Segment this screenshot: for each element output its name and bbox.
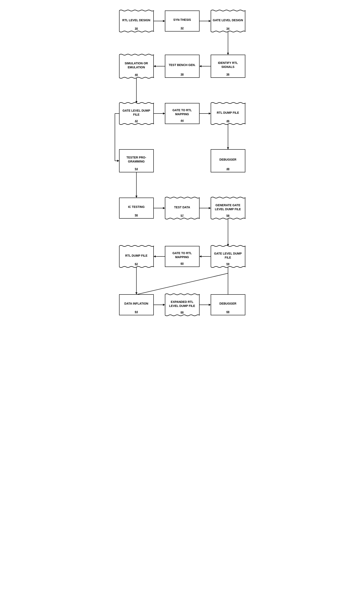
node-label-n34: GATE LEVEL DESIGN [213, 18, 243, 22]
node-n46: RTL DUMP FILE46 [211, 103, 245, 124]
node-label-n30: RTL LEVEL DESIGN [122, 18, 150, 22]
node-n32: SYN-THESIS32 [165, 11, 200, 31]
node-label-n36: IDENTIFY RTL SIGNALS [213, 61, 243, 69]
node-n38: TEST BENCH GEN.38 [165, 55, 200, 78]
node-n42: GATE LEVEL DUMP FILE42 [119, 103, 154, 124]
svg-marker-35 [135, 292, 137, 294]
node-ref-n40: 40 [135, 73, 138, 77]
node-ref-n58: 58 [226, 214, 229, 218]
node-n48: DEBUGGER48 [211, 149, 245, 172]
node-ref-n68: 68 [226, 310, 229, 314]
svg-marker-25 [163, 207, 165, 209]
node-ref-n42: 42 [135, 119, 138, 123]
node-n68: DEBUGGER68 [211, 294, 245, 315]
svg-marker-5 [227, 53, 229, 55]
node-n34: GATE LEVEL DESIGN34 [211, 11, 245, 31]
node-ref-n48: 48 [226, 167, 229, 171]
node-label-n54: TESTER PRO-GRAMMING [121, 156, 152, 163]
node-ref-n57: 57 [181, 214, 183, 218]
node-n62: RTL DUMP FILE62 [119, 246, 154, 267]
node-label-n48: DEBUGGER [220, 158, 236, 162]
svg-marker-15 [209, 112, 211, 115]
flow-diagram: RTL LEVEL DESIGN30SYN-THESIS32GATE LEVEL… [113, 6, 251, 326]
svg-marker-3 [209, 20, 211, 22]
node-n66: EXPANDED RTL LEVEL DUMP FILE66 [165, 294, 200, 315]
node-n56: IC TESTING56 [119, 198, 154, 219]
svg-marker-7 [200, 65, 201, 67]
node-ref-n34: 34 [226, 27, 229, 30]
node-ref-n60: 60 [181, 262, 183, 266]
node-n64: DATA INFLATION64 [119, 294, 154, 315]
node-label-n32: SYN-THESIS [173, 18, 191, 22]
node-n36: IDENTIFY RTL SIGNALS36 [211, 55, 245, 78]
svg-marker-21 [117, 160, 119, 162]
node-ref-n56: 56 [135, 213, 138, 217]
node-label-n44: GATE TO RTL MAPPING [167, 108, 197, 116]
svg-marker-29 [227, 244, 229, 246]
node-label-n60: GATE TO RTL MAPPING [167, 251, 197, 259]
node-label-n59: GATE LEVEL DUMP FILE [213, 252, 243, 260]
node-ref-n36: 36 [226, 73, 229, 76]
node-ref-n38: 38 [181, 73, 183, 76]
node-label-n58: GENERATE GATE LEVEL DUMP FILE [213, 203, 243, 211]
svg-marker-39 [163, 304, 165, 306]
node-ref-n59: 59 [226, 262, 229, 266]
svg-marker-27 [209, 207, 211, 209]
svg-marker-17 [227, 147, 229, 149]
node-ref-n32: 32 [181, 26, 183, 30]
node-n54: TESTER PRO-GRAMMING54 [119, 149, 154, 172]
node-label-n38: TEST BENCH GEN. [169, 63, 195, 67]
node-n44: GATE TO RTL MAPPING44 [165, 103, 200, 124]
svg-marker-31 [200, 255, 201, 257]
node-n40: SIMULATION OR EMULATION40 [119, 55, 154, 78]
node-label-n56: IC TESTING [128, 205, 145, 209]
node-label-n42: GATE LEVEL DUMP FILE [121, 109, 152, 117]
node-label-n40: SIMULATION OR EMULATION [121, 61, 152, 69]
svg-marker-23 [135, 196, 137, 198]
node-ref-n62: 62 [135, 262, 138, 266]
node-n57: TEST DATA57 [165, 198, 200, 219]
node-ref-n44: 44 [181, 119, 183, 122]
node-label-n62: RTL DUMP FILE [125, 254, 147, 258]
node-n60: GATE TO RTL MAPPING60 [165, 246, 200, 267]
node-ref-n66: 66 [181, 310, 183, 314]
svg-line-37 [137, 273, 228, 294]
node-ref-n54: 54 [135, 167, 138, 171]
node-label-n57: TEST DATA [174, 205, 190, 209]
node-label-n64: DATA INFLATION [124, 302, 148, 306]
node-n30: RTL LEVEL DESIGN30 [119, 11, 154, 31]
node-n58: GENERATE GATE LEVEL DUMP FILE58 [211, 198, 245, 219]
svg-marker-1 [163, 20, 165, 22]
node-label-n46: RTL DUMP FILE [217, 111, 239, 115]
node-label-n68: DEBUGGER [220, 302, 236, 306]
svg-marker-33 [154, 255, 156, 257]
svg-marker-9 [154, 65, 156, 67]
svg-marker-13 [163, 112, 165, 115]
node-ref-n64: 64 [135, 310, 138, 314]
node-n59: GATE LEVEL DUMP FILE59 [211, 246, 245, 267]
node-ref-n30: 30 [135, 27, 138, 30]
svg-marker-11 [135, 101, 137, 103]
node-label-n66: EXPANDED RTL LEVEL DUMP FILE [167, 300, 197, 308]
svg-marker-41 [209, 304, 211, 306]
node-ref-n46: 46 [226, 119, 229, 123]
